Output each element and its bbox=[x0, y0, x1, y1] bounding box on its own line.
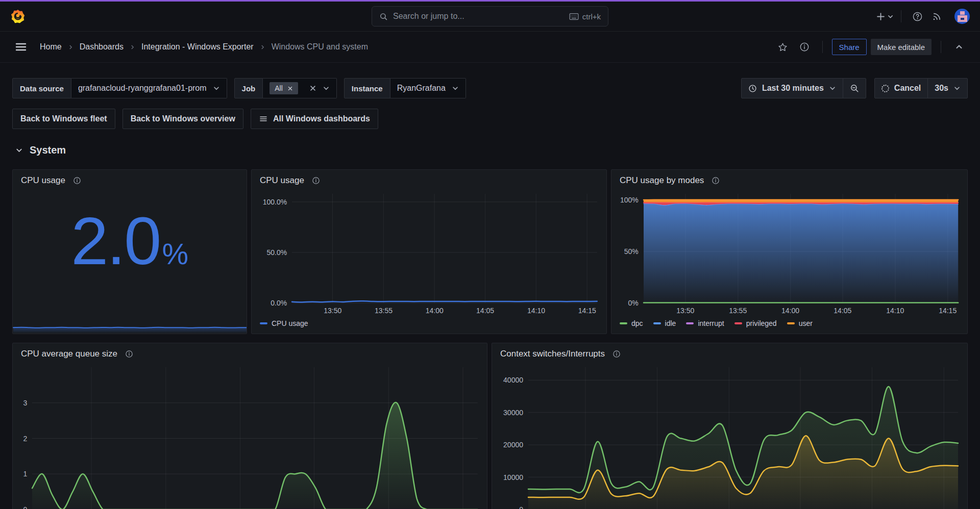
panel-title: Context switches/Interrupts bbox=[500, 349, 605, 359]
x-axis-tick: 14:10 bbox=[886, 307, 904, 315]
breadcrumb-home[interactable]: Home bbox=[40, 42, 62, 52]
datasource-variable: Data source grafanacloud-ryanggrafana01-… bbox=[12, 78, 227, 98]
info-icon[interactable] bbox=[125, 350, 133, 358]
chart-legend: CPU usage bbox=[252, 318, 606, 334]
job-select[interactable]: All bbox=[263, 78, 337, 98]
legend-item[interactable]: dpc bbox=[620, 319, 643, 327]
stat-sparkline bbox=[13, 310, 247, 333]
close-icon bbox=[309, 85, 316, 92]
context-switches-chart[interactable]: 010000200003000040000 bbox=[498, 363, 961, 509]
job-variable: Job All bbox=[234, 78, 337, 98]
section-header-system[interactable]: System bbox=[15, 144, 968, 156]
panel-row-2: CPU average queue size 0123 Context swit… bbox=[12, 343, 968, 509]
legend-marker bbox=[787, 322, 795, 324]
info-icon[interactable] bbox=[712, 176, 720, 185]
info-icon[interactable] bbox=[612, 350, 621, 358]
legend-marker bbox=[653, 322, 661, 324]
refresh-interval-select[interactable]: 30s bbox=[927, 78, 968, 98]
grafana-logo[interactable] bbox=[10, 8, 27, 24]
datasource-select[interactable]: grafanacloud-ryanggrafana01-prom bbox=[71, 78, 227, 98]
dashboard-toolbar: Share Make editable bbox=[774, 38, 968, 56]
legend-marker bbox=[686, 322, 694, 324]
link-back-to-windows-overview[interactable]: Back to Windows overview bbox=[122, 109, 243, 129]
y-axis-tick: 0 bbox=[519, 505, 523, 509]
panel-header[interactable]: Context switches/Interrupts bbox=[492, 343, 967, 360]
legend-marker bbox=[734, 322, 742, 324]
star-icon[interactable] bbox=[774, 38, 792, 56]
make-editable-button[interactable]: Make editable bbox=[871, 39, 932, 55]
link-all-windows-dashboards[interactable]: All Windows dashboards bbox=[251, 109, 378, 129]
legend-item[interactable]: user bbox=[787, 319, 813, 327]
x-axis-tick: 13:55 bbox=[729, 307, 747, 315]
divider bbox=[941, 41, 941, 53]
topnav-actions bbox=[876, 8, 970, 25]
x-axis-tick: 14:00 bbox=[781, 307, 799, 315]
cancel-refresh-button[interactable]: Cancel bbox=[874, 78, 928, 98]
legend-label: CPU usage bbox=[272, 319, 308, 327]
breadcrumb-current-page: Windows CPU and system bbox=[272, 42, 368, 52]
search-input[interactable]: Search or jump to... ctrl+k bbox=[372, 6, 608, 27]
divider bbox=[901, 10, 901, 22]
chevron-right-icon bbox=[260, 44, 265, 50]
y-axis-tick: 1 bbox=[23, 470, 27, 478]
x-axis-tick: 14:05 bbox=[834, 307, 851, 315]
breadcrumb-integration[interactable]: Integration - Windows Exporter bbox=[141, 42, 254, 52]
chevron-up-icon[interactable] bbox=[950, 38, 968, 56]
legend-item[interactable]: privileged bbox=[734, 319, 777, 327]
divider bbox=[822, 41, 823, 53]
legend-label: idle bbox=[665, 319, 676, 327]
panel-title: CPU usage by modes bbox=[620, 175, 704, 186]
menu-icon[interactable] bbox=[12, 38, 30, 56]
panel-cpu-average-queue-size: CPU average queue size 0123 bbox=[12, 343, 487, 509]
link-back-to-windows-fleet[interactable]: Back to Windows fleet bbox=[12, 109, 115, 129]
panel-row-1: CPU usage 2.0 % CPU usage 0.0%50.0%100.0… bbox=[12, 169, 968, 334]
avatar[interactable] bbox=[954, 9, 970, 24]
legend-item[interactable]: CPU usage bbox=[260, 319, 308, 327]
cpu-modes-chart[interactable]: 0%50%100%13:5013:5514:0014:0514:1014:15 bbox=[618, 190, 961, 317]
dashboard-content: Data source grafanacloud-ryanggrafana01-… bbox=[0, 63, 980, 156]
panel-header[interactable]: CPU average queue size bbox=[13, 343, 487, 360]
x-axis-tick: 14:00 bbox=[426, 307, 444, 315]
legend-marker bbox=[260, 322, 267, 324]
cpu-usage-chart[interactable]: 0.0%50.0%100.0%13:5013:5514:0014:0514:10… bbox=[258, 190, 600, 317]
chevron-down-icon bbox=[829, 85, 836, 92]
datasource-label: Data source bbox=[12, 78, 71, 98]
y-axis-tick: 20000 bbox=[503, 441, 523, 449]
keyboard-icon bbox=[569, 13, 579, 20]
y-axis-tick: 30000 bbox=[503, 409, 523, 417]
y-axis-tick: 50.0% bbox=[266, 248, 287, 257]
breadcrumb-dashboards[interactable]: Dashboards bbox=[80, 42, 124, 52]
search-placeholder: Search or jump to... bbox=[393, 12, 464, 21]
y-axis-tick: 2 bbox=[23, 435, 27, 443]
add-new-button[interactable] bbox=[876, 8, 894, 25]
time-controls: Last 30 minutes Cancel 30s bbox=[741, 78, 968, 98]
dashboard-links-row: Back to Windows fleet Back to Windows ov… bbox=[12, 109, 968, 129]
chevron-down-icon bbox=[15, 146, 23, 154]
x-axis-tick: 14:10 bbox=[527, 307, 545, 315]
news-icon[interactable] bbox=[928, 8, 945, 25]
breadcrumb: Home Dashboards Integration - Windows Ex… bbox=[40, 42, 368, 52]
panel-header[interactable]: CPU usage bbox=[252, 170, 606, 187]
chevron-down-icon bbox=[323, 85, 330, 92]
instance-variable: Instance RyanGrafana bbox=[344, 78, 466, 98]
legend-item[interactable]: idle bbox=[653, 319, 676, 327]
info-icon[interactable] bbox=[312, 176, 320, 185]
chevron-down-icon bbox=[452, 85, 459, 92]
help-icon[interactable] bbox=[909, 8, 926, 25]
y-axis-tick: 100% bbox=[620, 196, 639, 204]
chevron-down-icon bbox=[213, 85, 220, 92]
queue-size-chart[interactable]: 0123 bbox=[19, 363, 481, 509]
time-range-picker[interactable]: Last 30 minutes bbox=[741, 78, 843, 98]
instance-select[interactable]: RyanGrafana bbox=[390, 78, 466, 98]
legend-item[interactable]: interrupt bbox=[686, 319, 724, 327]
info-icon[interactable] bbox=[796, 38, 813, 56]
variables-row: Data source grafanacloud-ryanggrafana01-… bbox=[12, 78, 968, 98]
share-button[interactable]: Share bbox=[832, 39, 867, 55]
breadcrumb-bar: Home Dashboards Integration - Windows Ex… bbox=[0, 32, 980, 63]
x-axis-tick: 14:15 bbox=[578, 307, 596, 315]
panel-header[interactable]: CPU usage by modes bbox=[611, 170, 967, 187]
list-icon bbox=[259, 114, 268, 123]
job-label: Job bbox=[234, 78, 263, 98]
job-chip-all[interactable]: All bbox=[270, 82, 298, 94]
zoom-out-icon[interactable] bbox=[843, 78, 866, 98]
